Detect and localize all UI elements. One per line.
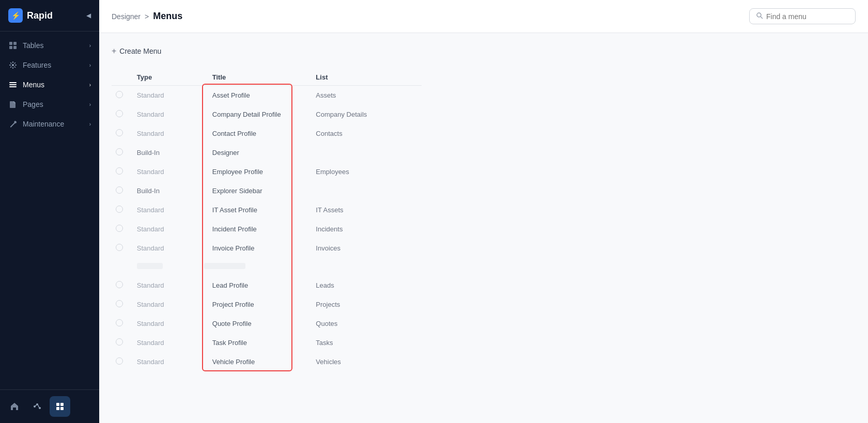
table-row[interactable]: Standard IT Asset Profile IT Assets — [112, 200, 422, 220]
row-title[interactable]: Company Detail Profile — [198, 105, 310, 124]
row-title[interactable]: Invoice Profile — [198, 239, 310, 258]
row-title[interactable]: Vehicle Profile — [198, 352, 310, 371]
row-title[interactable]: Project Profile — [198, 295, 310, 314]
graph-button[interactable] — [27, 396, 48, 417]
row-radio[interactable] — [116, 281, 123, 288]
row-radio-cell[interactable] — [112, 333, 131, 352]
row-type: Build-In — [131, 143, 198, 162]
row-radio-cell[interactable] — [112, 276, 131, 295]
svg-rect-14 — [60, 403, 64, 406]
table-row[interactable]: Standard Vehicle Profile Vehicles — [112, 352, 422, 371]
svg-rect-2 — [9, 46, 12, 49]
row-radio[interactable] — [116, 129, 123, 136]
row-radio[interactable] — [116, 148, 123, 155]
top-bar: Designer > Menus — [99, 0, 868, 33]
row-title[interactable]: Contact Profile — [198, 124, 310, 143]
row-title[interactable]: Incident Profile — [198, 220, 310, 239]
svg-point-17 — [757, 13, 761, 17]
row-radio[interactable] — [116, 338, 123, 346]
table-row[interactable]: Standard Company Detail Profile Company … — [112, 105, 422, 124]
row-title[interactable]: Explorer Sidebar — [198, 181, 310, 200]
row-radio-cell[interactable] — [112, 314, 131, 333]
table-row[interactable]: Build-In Designer — [112, 143, 422, 162]
table-row[interactable]: Standard Project Profile Projects — [112, 295, 422, 314]
sidebar-item-maintenance[interactable]: Maintenance › — [0, 114, 99, 134]
row-radio[interactable] — [116, 186, 123, 194]
row-title[interactable]: Task Profile — [198, 333, 310, 352]
row-radio[interactable] — [116, 206, 123, 213]
row-list: Leads — [309, 276, 422, 295]
row-radio-cell[interactable] — [112, 220, 131, 239]
svg-rect-5 — [9, 82, 17, 83]
svg-rect-0 — [9, 42, 12, 45]
table-row[interactable]: Standard Incident Profile Incidents — [112, 220, 422, 239]
row-type: Standard — [131, 200, 198, 220]
row-radio-cell[interactable] — [112, 124, 131, 143]
row-list: Incidents — [309, 220, 422, 239]
home-button[interactable] — [4, 396, 25, 417]
row-radio-cell[interactable] — [112, 239, 131, 258]
sidebar-item-features[interactable]: Features › — [0, 55, 99, 75]
sidebar-item-pages[interactable]: Pages › — [0, 95, 99, 114]
sidebar-item-tables-label: Tables — [23, 41, 43, 50]
row-radio[interactable] — [116, 357, 123, 365]
row-radio[interactable] — [116, 91, 123, 98]
row-type: Standard — [131, 276, 198, 295]
app-brand: Rapid — [27, 10, 53, 21]
row-radio-cell[interactable] — [112, 105, 131, 124]
sidebar-nav: Tables › Features › Menus › Pages › — [0, 32, 99, 389]
row-radio-cell[interactable] — [112, 295, 131, 314]
search-box[interactable] — [749, 8, 856, 24]
row-type: Build-In — [131, 181, 198, 200]
search-input[interactable] — [766, 12, 849, 21]
row-radio-cell[interactable] — [112, 200, 131, 220]
table-row[interactable]: Standard Quote Profile Quotes — [112, 314, 422, 333]
pages-icon — [8, 100, 18, 109]
table-row[interactable]: Standard Employee Profile Employees — [112, 162, 422, 181]
row-title[interactable]: Employee Profile — [198, 162, 310, 181]
sidebar-item-menus[interactable]: Menus › — [0, 75, 99, 95]
row-radio-cell[interactable] — [112, 181, 131, 200]
row-title[interactable]: Asset Profile — [198, 86, 310, 105]
row-radio-cell[interactable] — [112, 86, 131, 105]
table-row[interactable]: Standard Task Profile Tasks — [112, 333, 422, 352]
row-radio[interactable] — [116, 300, 123, 307]
row-title[interactable]: Designer — [198, 143, 310, 162]
table-row[interactable]: Standard Invoice Profile Invoices — [112, 239, 422, 258]
table-row[interactable]: Standard Lead Profile Leads — [112, 276, 422, 295]
row-radio-cell[interactable] — [112, 352, 131, 371]
content-area: + Create Menu Type Title List — [99, 33, 868, 423]
chevron-right-icon: › — [89, 82, 91, 88]
table-row[interactable]: Standard Contact Profile Contacts — [112, 124, 422, 143]
row-radio-cell[interactable] — [112, 162, 131, 181]
row-radio[interactable] — [116, 110, 123, 117]
row-list: Assets — [309, 86, 422, 105]
row-title[interactable]: IT Asset Profile — [198, 200, 310, 220]
svg-rect-13 — [56, 403, 59, 406]
sidebar-collapse-btn[interactable]: ◀ — [86, 12, 91, 19]
table-row[interactable]: Build-In Explorer Sidebar — [112, 181, 422, 200]
svg-rect-3 — [13, 46, 17, 49]
sidebar-item-features-label: Features — [23, 61, 51, 69]
row-title[interactable]: Quote Profile — [198, 314, 310, 333]
row-title[interactable]: Lead Profile — [198, 276, 310, 295]
row-type: Standard — [131, 86, 198, 105]
table-icon — [8, 41, 18, 50]
sidebar: ⚡ Rapid ◀ Tables › Features › Menus › — [0, 0, 99, 423]
breadcrumb-separator: > — [145, 12, 149, 21]
table-row[interactable]: Standard Asset Profile Assets — [112, 86, 422, 105]
row-radio[interactable] — [116, 244, 123, 251]
data-button[interactable] — [50, 396, 70, 417]
create-menu-button[interactable]: + Create Menu — [112, 43, 856, 59]
plus-icon: + — [112, 46, 116, 56]
row-list: Vehicles — [309, 352, 422, 371]
row-type: Standard — [131, 352, 198, 371]
row-radio-cell[interactable] — [112, 143, 131, 162]
svg-rect-16 — [60, 407, 64, 410]
sidebar-item-tables[interactable]: Tables › — [0, 36, 99, 55]
row-radio[interactable] — [116, 319, 123, 326]
sidebar-item-pages-label: Pages — [23, 100, 43, 108]
row-type: Standard — [131, 124, 198, 143]
row-radio[interactable] — [116, 225, 123, 232]
row-radio[interactable] — [116, 167, 123, 175]
